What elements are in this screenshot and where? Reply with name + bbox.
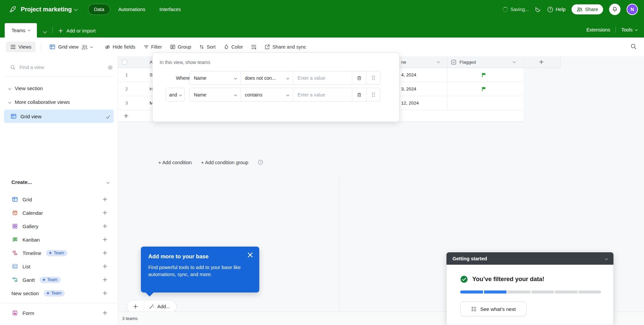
spinner-icon	[503, 7, 508, 12]
sidebar-item-grid-view[interactable]: Grid view	[4, 110, 114, 123]
column-header-flagged-chevron-icon[interactable]	[513, 56, 515, 68]
column-header-date[interactable]: ne	[401, 56, 406, 68]
create-item-timeline[interactable]: Timeline Team	[0, 246, 118, 260]
drag-handle[interactable]	[367, 71, 380, 84]
add-view-button[interactable]	[102, 277, 108, 282]
saving-status: Saving...	[503, 7, 529, 12]
add-condition-button[interactable]: + Add condition	[158, 160, 192, 165]
collaborative-views-header[interactable]: More collaborative views	[9, 99, 118, 105]
create-item-gantt[interactable]: Gantt Team	[0, 273, 118, 286]
create-item-gallery[interactable]: Gallery	[0, 219, 118, 233]
delete-condition-button[interactable]	[352, 71, 367, 84]
create-item-new-section[interactable]: New section Team	[0, 286, 118, 300]
cell-date[interactable]: 3, 2024	[401, 82, 416, 96]
add-view-button[interactable]	[102, 197, 108, 202]
see-whats-next-button[interactable]: See what’s next	[460, 302, 527, 316]
condition-controls: Name contains	[190, 88, 380, 102]
grid-view-button[interactable]: Grid view	[46, 42, 96, 52]
flag-icon[interactable]	[481, 68, 486, 82]
column-border	[523, 56, 524, 68]
gantt-icon	[12, 277, 18, 282]
share-sync-icon	[265, 44, 270, 50]
views-button[interactable]: Views	[6, 42, 36, 52]
add-field-button[interactable]	[539, 59, 544, 65]
notifications-button[interactable]	[609, 4, 621, 15]
create-item-kanban[interactable]: Kanban	[0, 233, 118, 246]
drag-handle[interactable]	[367, 88, 380, 101]
tab-teams[interactable]: Teams	[5, 23, 37, 38]
add-or-import-button[interactable]: Add or import	[58, 28, 96, 34]
add-view-button[interactable]	[102, 237, 108, 242]
add-condition-group-button[interactable]: + Add condition group	[201, 160, 249, 165]
search-button[interactable]	[630, 43, 637, 51]
view-search[interactable]: Find a view	[10, 62, 113, 73]
filter-condition-row: and Name contains	[153, 88, 399, 102]
gear-icon[interactable]	[107, 65, 113, 70]
operator-select[interactable]: does not con...	[241, 71, 293, 84]
filter-button[interactable]: Filter	[140, 42, 166, 52]
conjunction-select[interactable]: and	[166, 88, 185, 102]
page-title: Project marketing	[21, 6, 72, 13]
column-header-date-chevron-icon[interactable]	[437, 56, 439, 68]
tab-list-chevron-icon[interactable]	[43, 29, 47, 33]
question-circle-icon: ?	[547, 6, 553, 13]
add-view-button[interactable]	[102, 264, 108, 269]
add-view-button[interactable]	[102, 250, 108, 256]
create-section-header[interactable]: Create...	[11, 179, 109, 185]
bell-icon	[612, 6, 618, 12]
hide-fields-button[interactable]: Hide fields	[101, 42, 140, 52]
share-and-sync-button[interactable]: Share and sync	[261, 42, 310, 52]
rocket-logo-icon[interactable]	[9, 5, 17, 13]
group-button[interactable]: Group	[166, 42, 195, 52]
history-icon[interactable]	[535, 6, 541, 13]
people-icon	[577, 7, 583, 12]
close-icon[interactable]	[248, 253, 253, 257]
svg-text:31: 31	[14, 212, 16, 214]
chevron-down-icon	[8, 87, 11, 89]
create-item-form[interactable]: Form	[0, 306, 118, 320]
chevron-down-icon	[234, 76, 237, 79]
add-with-ai-button[interactable]: Add...	[144, 300, 176, 313]
row-number: 1	[125, 68, 128, 82]
color-button[interactable]: Color	[220, 42, 247, 52]
flag-icon[interactable]	[481, 82, 486, 96]
view-section-header[interactable]: View section	[9, 85, 118, 91]
operator-select[interactable]: contains	[241, 88, 293, 101]
avatar[interactable]: N	[627, 4, 638, 15]
tab-interfaces[interactable]: Interfaces	[154, 4, 186, 14]
delete-condition-button[interactable]	[352, 88, 367, 101]
field-select[interactable]: Name	[190, 71, 241, 84]
add-view-button[interactable]	[102, 210, 108, 215]
cell-date[interactable]: 4, 2024	[401, 68, 416, 82]
extensions-button[interactable]: Extensions	[586, 27, 610, 32]
record-count: 3 teams	[122, 316, 138, 321]
team-badge: Team	[44, 290, 65, 297]
create-item-calendar[interactable]: 31 Calendar	[0, 206, 118, 219]
check-circle-icon	[460, 275, 468, 283]
base-menu-chevron-icon[interactable]	[74, 7, 77, 11]
sort-button[interactable]: Sort	[195, 42, 220, 52]
filter-panel-footer: + Add condition + Add condition group ?	[158, 159, 263, 165]
tools-button[interactable]: Tools	[621, 27, 637, 32]
create-item-grid[interactable]: Grid	[0, 193, 118, 206]
column-header-flagged[interactable]: Flagged	[451, 56, 476, 68]
add-view-button[interactable]	[102, 223, 108, 229]
help-button[interactable]: ? Help	[547, 6, 566, 13]
row-height-button[interactable]	[247, 42, 261, 52]
field-select[interactable]: Name	[190, 88, 241, 101]
getting-started-header[interactable]: Getting started	[446, 252, 613, 265]
share-button[interactable]: Share	[572, 4, 603, 14]
select-all-checkbox[interactable]	[122, 56, 127, 68]
add-record-button[interactable]	[127, 300, 144, 313]
table-tab-bar: Teams Add or import Extensions Tools	[0, 19, 644, 38]
add-view-button[interactable]	[102, 310, 108, 316]
create-item-list[interactable]: List	[0, 260, 118, 273]
cell-date[interactable]: 12, 2024	[401, 96, 419, 110]
collapse-chevron-icon	[605, 257, 608, 260]
add-view-button[interactable]	[102, 290, 108, 296]
grid-icon	[12, 197, 18, 202]
help-circle-icon[interactable]: ?	[258, 159, 263, 165]
tab-data[interactable]: Data	[89, 4, 110, 14]
tooltip-tail	[146, 292, 154, 297]
tab-automations[interactable]: Automations	[113, 4, 151, 14]
